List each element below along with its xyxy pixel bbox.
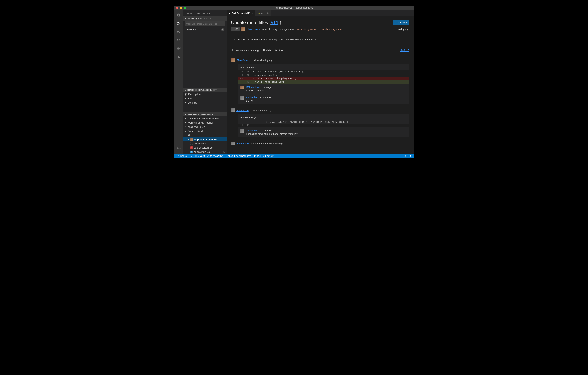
status-branch[interactable]: tweaks [176,155,187,157]
minimize-window-icon[interactable] [180,7,182,9]
gh-group-all[interactable]: ▾All [183,133,227,137]
commit-message-input[interactable] [185,22,225,26]
window-title: Pull Request #11 — pullrequest-demo [275,6,313,9]
chevron-right-icon: ▸ [185,102,187,103]
svg-rect-0 [178,14,179,16]
review-block: RMacfarlane reviewed a day ago routes/in… [231,58,409,104]
repo-section-header[interactable]: ▾ PULLREQUEST-DEMO GIT [183,16,227,21]
status-feedback-icon[interactable]: ☺ [404,155,407,157]
chevron-down-icon: ▾ [184,17,187,20]
comment-user-link[interactable]: RMacfarlane [246,86,260,88]
svg-point-7 [178,39,179,41]
editor-area: ≣ Pull Request #11 × JS index.js ⋯ [227,10,414,154]
gh-group-local[interactable]: ▸Local Pull Request Branches [183,116,227,121]
svg-point-25 [177,157,177,157]
svg-point-4 [179,23,180,24]
git-pull-request-icon [190,142,193,145]
git-branch-icon [176,155,179,157]
split-editor-icon[interactable] [404,11,406,15]
extensions-icon[interactable] [174,45,183,52]
svg-rect-1 [178,14,180,17]
pr-state-badge: Open [231,27,240,31]
svg-point-13 [185,93,186,94]
explorer-icon[interactable] [174,11,183,19]
close-window-icon[interactable] [176,7,178,9]
checkout-button[interactable]: Check out [393,20,409,25]
list-icon: ≣ [229,12,231,15]
changes-in-pr-header[interactable]: ▾ CHANGES IN PULL REQUEST [183,88,227,92]
svg-point-17 [190,144,191,145]
review-file-path: routes/index.js [238,64,409,70]
from-branch: auchenberg:tweaks [296,28,317,31]
sidebar-title: SOURCE CONTROL: GIT [183,10,227,16]
status-sync[interactable] [189,155,192,157]
more-actions-icon[interactable]: ⋯ [409,12,411,15]
modified-badge-icon: M [190,151,193,153]
chevron-right-icon: ▸ [185,130,187,132]
debug-icon[interactable] [174,28,183,36]
status-auto-attach[interactable]: Auto Attach: On [207,155,223,157]
gh-group-created[interactable]: ▸Created By Me [183,129,227,133]
gh-group-assigned[interactable]: ▸Assigned To Me [183,125,227,129]
tab-index-js[interactable]: JS index.js [255,10,271,16]
gh-pr-child-description[interactable]: Description [183,142,227,146]
avatar-icon [231,142,235,145]
tab-pull-request[interactable]: ≣ Pull Request #11 × [227,10,255,16]
review-user-link[interactable]: RMacfarlane [236,59,251,62]
svg-point-14 [185,95,186,95]
pr-commits-item[interactable]: ▸ Commits [183,100,227,105]
gh-pr-selected[interactable]: ▾ * Update route titles [183,137,227,142]
svg-point-26 [178,155,178,156]
status-problems[interactable]: 0 0 [195,155,205,157]
pr-time: a day ago [398,28,409,31]
maximize-window-icon[interactable] [184,7,186,9]
editor-tabs: ≣ Pull Request #11 × JS index.js ⋯ [227,10,414,16]
deleted-badge-icon: D [190,146,193,149]
activity-bar [174,10,183,154]
azure-icon[interactable] [174,53,183,61]
settings-gear-icon[interactable] [174,145,183,153]
commit-icon [231,49,234,52]
warning-icon [200,155,203,157]
comment-user-link[interactable]: auchenberg [246,96,259,99]
gh-pr-child-favicon[interactable]: D public/favicon.ico [183,146,227,150]
titlebar: Pull Request #11 — pullrequest-demo [174,6,414,10]
commit-sha-link[interactable]: b282d10 [399,49,409,52]
comment-user-link[interactable]: auchenberg [246,129,259,132]
commit-message: Update route titles [263,49,283,52]
svg-line-6 [178,31,180,33]
chevron-right-icon: ▸ [185,118,187,120]
comment-indicator-icon: ⁂ [223,151,225,153]
svg-point-18 [192,144,192,145]
gh-pr-child-routes[interactable]: M routes/index.js ⁂ [183,150,227,154]
pr-author-link[interactable]: RMacfarlane [246,28,261,31]
pr-number-link[interactable]: #11 [271,20,278,25]
chevron-down-icon: ▾ [188,138,189,140]
source-control-icon[interactable] [174,20,183,27]
svg-point-24 [177,155,177,155]
error-icon [195,155,197,157]
search-icon[interactable] [174,36,183,44]
pr-content: Update route titles (#11 ) Check out Ope… [227,16,414,150]
git-branch-icon [254,155,256,157]
status-pr[interactable]: Pull Request #11 [254,155,274,157]
diff-table: 3939var cart = new Cart(req.session.cart… [238,70,409,84]
review-user-link[interactable]: auchenberg [236,109,250,112]
avatar-icon [231,109,235,112]
review-event: auchenberg requested changes a day ago [231,142,409,145]
github-pr-header[interactable]: ▾ GITHUB PULL REQUESTS [183,112,227,116]
pr-files-item[interactable]: ▸ Files [183,96,227,100]
event-user-link[interactable]: auchenberg [236,142,250,145]
changes-header[interactable]: CHANGES 0 [183,27,227,32]
pr-description-item[interactable]: Description [183,92,227,96]
close-icon[interactable]: × [252,12,253,15]
bell-icon [409,155,412,157]
avatar-icon [190,138,193,141]
pr-description: This PR updates our route titles to simp… [231,38,409,41]
status-notifications-icon[interactable] [409,155,412,157]
status-signed-in[interactable]: Signed in as auchenberg [226,155,251,157]
gh-group-waiting[interactable]: ▸Waiting For My Review [183,121,227,125]
commit-author: Kenneth Auchenberg [236,49,259,52]
svg-point-32 [254,155,255,155]
svg-point-12 [178,148,179,149]
